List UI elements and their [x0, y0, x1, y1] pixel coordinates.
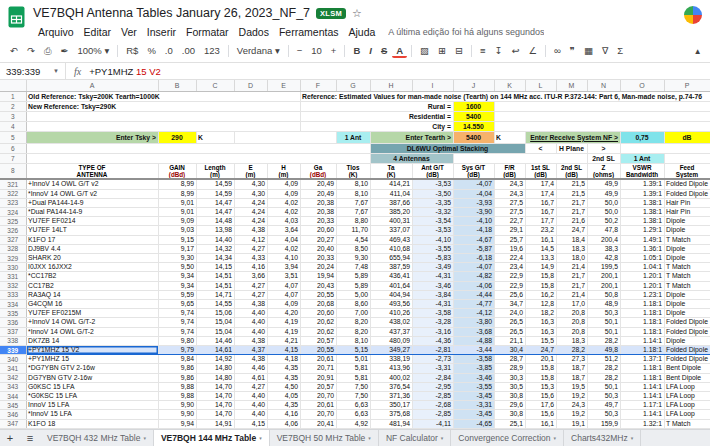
cell[interactable]: 9,59 — [158, 290, 196, 299]
cell[interactable]: -4,82 — [453, 272, 494, 281]
cell[interactable]: 4,38 — [234, 226, 267, 235]
cell[interactable]: 8,60 — [336, 299, 370, 308]
cell[interactable]: 4,40 — [234, 401, 267, 410]
cell[interactable]: 4,21 — [267, 336, 300, 345]
cell[interactable]: 9,01 — [158, 198, 196, 207]
cell[interactable]: 410,26 — [370, 309, 412, 318]
cell[interactable]: 16,1 — [525, 235, 556, 244]
sheet-tab[interactable]: VE7BQH 50 MHz Table▾ — [270, 430, 379, 446]
cell[interactable]: 9,90 — [158, 401, 196, 410]
sheet-tab[interactable]: NF Calculator▾ — [379, 430, 451, 446]
row-header[interactable]: 337 — [0, 327, 26, 336]
row-header[interactable]: 341 — [0, 364, 26, 373]
cell[interactable]: 20,38 — [300, 198, 336, 207]
cell[interactable]: 22,9 — [494, 281, 525, 290]
cell[interactable]: T Match — [664, 272, 710, 281]
cell[interactable]: 9,30 — [158, 253, 196, 262]
one-ant-label-right[interactable]: 1 Ant — [620, 153, 664, 163]
cell[interactable]: -4,18 — [453, 226, 494, 235]
cell[interactable]: 20,33 — [300, 217, 336, 226]
cell[interactable]: 50,3 — [587, 309, 620, 318]
row-header[interactable]: 321 — [0, 179, 26, 189]
cell[interactable]: 387,66 — [370, 198, 412, 207]
cell[interactable]: 9,03 — [158, 226, 196, 235]
menu-ajuda[interactable]: Ajuda — [343, 26, 380, 38]
cell[interactable]: 4,40 — [234, 410, 267, 419]
cell[interactable]: 480,09 — [370, 336, 412, 345]
sheet-tab[interactable]: Charts432MHz▾ — [564, 430, 641, 446]
star-icon[interactable]: ☆ — [352, 8, 362, 19]
cell[interactable]: 21,5 — [556, 189, 587, 198]
cell[interactable]: 20,70 — [300, 391, 336, 400]
cell[interactable]: 9,17 — [158, 244, 196, 253]
cell[interactable]: 18,7 — [556, 364, 587, 373]
cell[interactable]: 1.29:1 — [620, 226, 664, 235]
row-header[interactable]: 334 — [0, 299, 26, 308]
cell[interactable]: -3,84 — [412, 290, 453, 299]
cell[interactable]: 20,8 — [556, 318, 587, 327]
cell[interactable]: -4,44 — [453, 290, 494, 299]
cell[interactable]: 4,40 — [234, 327, 267, 336]
row-header[interactable]: 327 — [0, 235, 26, 244]
cell[interactable]: -4,67 — [453, 235, 494, 244]
cell[interactable]: 18,3 — [556, 244, 587, 253]
cell[interactable]: Dipole — [664, 226, 710, 235]
column-header-J[interactable]: J — [453, 80, 494, 91]
row-header[interactable]: 6 — [0, 143, 26, 153]
cell[interactable]: YU7EF 14LT — [26, 226, 158, 235]
cell[interactable]: 8,10 — [336, 179, 370, 189]
cell[interactable]: 14,9 — [525, 263, 556, 272]
row-header[interactable]: 340 — [0, 355, 26, 364]
cell[interactable]: 5,00 — [336, 290, 370, 299]
cell[interactable]: +PY1MHZ 15 — [26, 355, 158, 364]
cell[interactable]: 400,31 — [370, 217, 412, 226]
cell[interactable]: 17,4 — [525, 189, 556, 198]
cell[interactable]: 14,40 — [196, 235, 234, 244]
cell[interactable]: -2,84 — [412, 373, 453, 382]
enter-tearth-label[interactable]: Enter Tearth > — [370, 131, 453, 143]
cell[interactable]: 1.49:1 — [620, 235, 664, 244]
city-value[interactable]: 14.550 — [453, 121, 494, 131]
cell[interactable]: 20,24 — [300, 263, 336, 272]
cell[interactable]: 4,24 — [234, 217, 267, 226]
cell[interactable]: -3,68 — [453, 327, 494, 336]
cell[interactable]: 159,9 — [587, 419, 620, 428]
cell[interactable]: -4,07 — [453, 179, 494, 189]
cell[interactable]: 28,2 — [587, 336, 620, 345]
cell[interactable]: 21,7 — [556, 281, 587, 290]
cell[interactable]: T Match — [664, 263, 710, 272]
row-header[interactable]: 7 — [0, 153, 26, 163]
cell[interactable]: 11,70 — [336, 226, 370, 235]
cell[interactable]: 4,19 — [267, 318, 300, 327]
undo-button[interactable]: ↶ — [6, 44, 22, 58]
cell[interactable]: -3,31 — [412, 364, 453, 373]
cell[interactable]: I0JXX 16JXX2 — [26, 263, 158, 272]
cell[interactable]: 4,02 — [267, 198, 300, 207]
column-header-G[interactable]: G — [336, 80, 370, 91]
cell[interactable]: -3,55 — [453, 382, 494, 391]
cell[interactable]: 16,3 — [525, 318, 556, 327]
cell[interactable]: 15,04 — [196, 318, 234, 327]
nf-unit[interactable]: dB — [664, 131, 710, 143]
cell[interactable]: 19,6 — [494, 244, 525, 253]
cell[interactable]: 4,19 — [267, 327, 300, 336]
cell[interactable]: 1.38:1 — [620, 217, 664, 226]
cell[interactable]: -3,53 — [412, 179, 453, 189]
row-header[interactable]: 328 — [0, 244, 26, 253]
cell[interactable]: 18,3 — [556, 336, 587, 345]
cell[interactable]: 24,0 — [494, 309, 525, 318]
cell[interactable]: 1.18:1 — [620, 299, 664, 308]
cell[interactable]: +InnoV 14 OWL G/T v2 — [26, 179, 158, 189]
cell[interactable]: 1.23:1 — [620, 290, 664, 299]
cell[interactable]: 8,99 — [158, 179, 196, 189]
cell[interactable]: 21,4 — [556, 290, 587, 299]
cell[interactable]: 4,27 — [234, 281, 267, 290]
sheet-tab[interactable]: VE7BQH 432 MHz Table▾ — [40, 430, 154, 446]
column-header-P[interactable]: P — [664, 80, 710, 91]
cell[interactable]: LFA Loop — [664, 391, 710, 400]
column-title[interactable]: GAIN(dBd) — [158, 163, 196, 179]
cell[interactable]: 15,8 — [525, 281, 556, 290]
cell[interactable]: 4,10 — [267, 253, 300, 262]
number-format-button[interactable]: 123 — [200, 44, 224, 58]
cell[interactable]: 1.14:1 — [620, 382, 664, 391]
